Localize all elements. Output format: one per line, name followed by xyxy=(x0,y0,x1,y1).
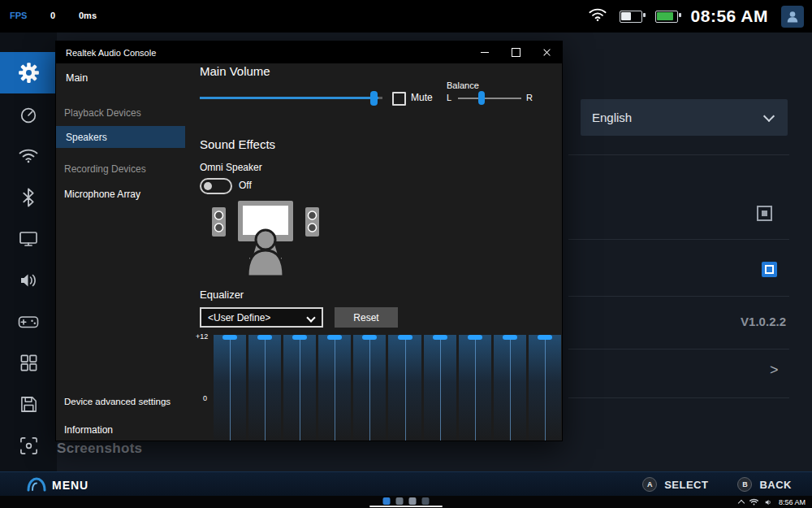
main-volume-slider-thumb[interactable] xyxy=(370,91,378,106)
nav-header-playback-devices[interactable]: Playback Devices xyxy=(64,107,141,119)
mute-checkbox[interactable] xyxy=(392,92,406,106)
omni-speaker-toggle[interactable] xyxy=(200,178,232,194)
balance-slider-track[interactable] xyxy=(458,98,521,99)
nav-item-speakers[interactable]: Speakers xyxy=(56,126,185,148)
window-titlebar[interactable]: Realtek Audio Console xyxy=(56,41,562,63)
maximize-button[interactable] xyxy=(500,41,531,63)
taskbar-app-icon[interactable] xyxy=(409,497,417,505)
nav-item-main[interactable]: Main xyxy=(66,72,88,84)
checked-checkbox-icon[interactable] xyxy=(762,262,777,277)
eq-band-slider[interactable] xyxy=(214,335,246,441)
taskbar-app-icon[interactable] xyxy=(396,497,404,505)
eq-band-slider[interactable] xyxy=(318,335,351,441)
sidebar-item-display[interactable] xyxy=(0,218,57,259)
equalizer-max-label: +12 xyxy=(196,332,208,341)
eq-band-thumb[interactable] xyxy=(257,335,272,340)
balance-right-label: R xyxy=(526,93,533,102)
controller-hint-bar: MENU A SELECT B BACK xyxy=(0,471,812,496)
button-b-icon[interactable]: B xyxy=(737,477,752,492)
balance-left-label: L xyxy=(447,93,451,102)
sidebar-item-bluetooth[interactable] xyxy=(0,176,57,218)
sidebar xyxy=(0,33,57,471)
button-a-icon[interactable]: A xyxy=(642,477,657,492)
chevron-down-icon xyxy=(306,313,315,322)
wifi-icon xyxy=(19,148,38,163)
row-chevron[interactable]: > xyxy=(770,362,779,379)
menu-logo-icon xyxy=(26,476,47,493)
eq-band-thumb[interactable] xyxy=(433,335,447,340)
language-value: English xyxy=(592,111,632,124)
equalizer-preset-dropdown[interactable]: <User Define> xyxy=(200,307,323,328)
minimize-icon xyxy=(481,52,489,54)
sidebar-item-wifi[interactable] xyxy=(0,135,57,176)
separator xyxy=(568,154,789,155)
status-clock: 08:56 AM xyxy=(691,7,768,26)
sidebar-item-controller[interactable] xyxy=(0,301,57,342)
eq-band-thumb[interactable] xyxy=(327,335,342,340)
window-title: Realtek Audio Console xyxy=(66,48,156,58)
taskbar-clock[interactable]: 8:56 AM xyxy=(779,498,806,506)
main-volume-heading: Main Volume xyxy=(200,64,270,78)
window-option-icon[interactable] xyxy=(757,206,772,221)
equalizer-zero-label: 0 xyxy=(203,394,207,402)
tray-network-icon[interactable] xyxy=(749,498,758,506)
back-hint-label[interactable]: BACK xyxy=(759,479,792,491)
fps-label: FPS xyxy=(10,11,27,20)
topbar-right-cluster: 08:56 AM xyxy=(589,0,804,33)
controller-battery-icon xyxy=(620,11,642,23)
main-volume-slider-remainder[interactable] xyxy=(378,97,382,99)
eq-band-slider[interactable] xyxy=(459,335,491,441)
mute-label: Mute xyxy=(411,92,433,103)
start-button-icon[interactable] xyxy=(383,497,391,505)
equalizer-preset-value: <User Define> xyxy=(208,312,270,323)
tray-expand-icon[interactable] xyxy=(738,499,745,506)
eq-band-thumb[interactable] xyxy=(292,335,307,340)
eq-band-thumb[interactable] xyxy=(538,335,552,340)
equalizer-reset-button[interactable]: Reset xyxy=(335,307,398,328)
eq-band-slider[interactable] xyxy=(353,335,386,441)
sidebar-item-settings[interactable] xyxy=(0,52,57,93)
eq-band-slider[interactable] xyxy=(283,335,316,441)
balance-slider-thumb[interactable] xyxy=(478,91,485,105)
eq-band-thumb[interactable] xyxy=(398,335,412,340)
eq-band-slider[interactable] xyxy=(388,335,421,441)
eq-band-slider[interactable] xyxy=(529,335,561,441)
sidebar-item-save[interactable] xyxy=(0,384,57,425)
screen: FPS 0 0ms 08:56 AM xyxy=(0,0,812,508)
sidebar-item-apps[interactable] xyxy=(0,342,57,384)
menu-button[interactable]: MENU xyxy=(52,479,89,492)
eq-band-thumb[interactable] xyxy=(222,335,237,340)
chevron-down-icon xyxy=(763,111,775,122)
eq-band-thumb[interactable] xyxy=(362,335,377,340)
latency-value: 0ms xyxy=(79,11,97,20)
separator xyxy=(568,397,789,398)
screenshot-frame-icon xyxy=(19,436,38,455)
omni-speaker-state: Off xyxy=(239,180,252,191)
taskbar-app-icons xyxy=(383,497,430,505)
eq-band-thumb[interactable] xyxy=(503,335,517,340)
select-hint-label[interactable]: SELECT xyxy=(664,479,708,491)
close-button[interactable] xyxy=(531,41,562,63)
main-volume-slider-track[interactable] xyxy=(200,97,378,99)
nav-header-recording-devices[interactable]: Recording Devices xyxy=(64,163,146,175)
sidebar-item-audio[interactable] xyxy=(0,259,57,301)
sound-effects-heading: Sound Effects xyxy=(200,137,275,151)
nav-item-microphone-array[interactable]: Microphone Array xyxy=(64,189,140,200)
nav-item-information[interactable]: Information xyxy=(64,424,113,436)
eq-band-slider[interactable] xyxy=(248,335,281,441)
sidebar-item-performance[interactable] xyxy=(0,93,57,135)
tray-volume-icon[interactable] xyxy=(764,498,773,506)
user-avatar[interactable] xyxy=(781,6,804,28)
sidebar-item-screenshot[interactable] xyxy=(0,425,57,467)
toggle-knob xyxy=(204,182,212,190)
eq-band-slider[interactable] xyxy=(424,335,456,441)
nav-item-device-advanced-settings[interactable]: Device advanced settings xyxy=(64,397,171,406)
minimize-button[interactable] xyxy=(469,41,500,63)
language-dropdown[interactable]: English xyxy=(581,99,788,136)
person-icon xyxy=(784,8,801,24)
taskbar-app-icon[interactable] xyxy=(422,497,430,505)
close-icon xyxy=(542,48,551,57)
eq-band-thumb[interactable] xyxy=(468,335,482,340)
eq-band-slider[interactable] xyxy=(494,335,526,441)
screenshots-heading: Screenshots xyxy=(57,441,142,457)
